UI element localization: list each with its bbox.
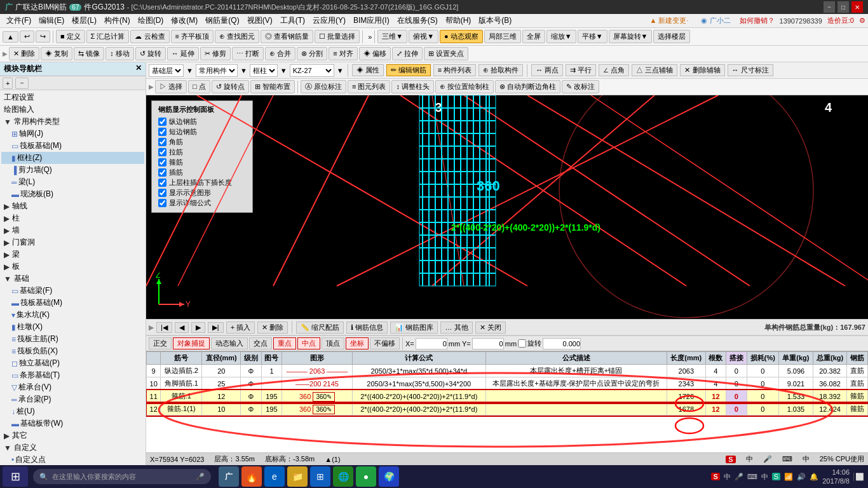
setpoint-btn[interactable]: ⊞ 设置夹点	[424, 47, 468, 60]
summary-btn[interactable]: Σ 汇总计算	[86, 30, 130, 43]
close-button[interactable]: ✕	[851, 1, 863, 13]
rebar-cb-longitudinal-input[interactable]	[158, 118, 166, 126]
offset-btn[interactable]: ◈ 偏移	[359, 47, 391, 60]
dim-btn[interactable]: ↔ 尺寸标注	[728, 64, 773, 76]
guang-xiao-er[interactable]: ◉ 广小二	[697, 15, 734, 27]
dynamic-view-btn[interactable]: ● 动态观察	[440, 30, 483, 43]
tree-pile-cap[interactable]: ▽桩承台(V)	[1, 381, 144, 393]
object-snap-btn[interactable]: 对象捕捉	[173, 337, 210, 349]
rebar-cb-tie[interactable]: 拉筋	[158, 147, 246, 157]
start-button[interactable]: ⊞	[3, 466, 28, 487]
midpoint-btn[interactable]: 中点	[297, 337, 320, 349]
menu-component[interactable]: 构件(N)	[100, 14, 134, 27]
tree-wall-group[interactable]: ▶ 墙	[1, 224, 144, 236]
tree-pile[interactable]: ↓桩(U)	[1, 405, 144, 417]
tree-door-window[interactable]: ▶ 门窗洞	[1, 236, 144, 248]
rotate-btn[interactable]: 屏幕旋转▼	[609, 30, 653, 43]
rebar-cb-insert[interactable]: 插筋	[158, 168, 246, 177]
point-mode-btn[interactable]: □ 点	[188, 80, 210, 93]
level-top-btn[interactable]: ≡ 齐平板顶	[171, 30, 214, 43]
floor-select[interactable]: 基础层	[149, 64, 184, 77]
tree-draw-input[interactable]: 绘图输入	[1, 104, 144, 116]
menu-tools[interactable]: 工具(T)	[276, 14, 309, 27]
tree-raft-rebar[interactable]: ≡筏板主筋(R)	[1, 333, 144, 345]
edit-rebar-btn[interactable]: ✏ 编辑钢筋	[386, 64, 431, 76]
coord-btn[interactable]: 坐标	[346, 337, 369, 349]
tree-raft-neg[interactable]: ≡筏板负筋(X)	[1, 345, 144, 357]
tree-other[interactable]: ▶其它	[1, 430, 144, 442]
rebar-info-btn[interactable]: ℹ 钢筋信息	[346, 322, 388, 334]
table-row[interactable]: 10 角脚插筋.1 25 Φ ——200 2145 2050/3+1*max(3…	[147, 377, 868, 390]
tree-cap-beam[interactable]: ═承台梁(P)	[1, 393, 144, 405]
select-floor-btn[interactable]: 选择楼层	[653, 30, 690, 43]
tree-axis[interactable]: ▶ 轴线	[1, 200, 144, 212]
orthogonal-btn[interactable]: 正交	[149, 337, 172, 349]
trim-btn[interactable]: ✂ 修剪	[200, 47, 231, 60]
element-table-btn[interactable]: ≡ 图元列表	[348, 80, 390, 93]
tree-common-types[interactable]: ▼ 常用构件类型	[1, 116, 144, 128]
tree-foundation[interactable]: ▼ 基础	[1, 273, 144, 285]
fullscreen-btn[interactable]: 全屏	[522, 30, 545, 43]
auto-cut-btn[interactable]: ⊗ 自动判断边角柱	[495, 80, 560, 93]
component-type-select[interactable]: 常用构件	[196, 64, 238, 77]
by-position-btn[interactable]: ⊕ 按位置绘制柱	[435, 80, 494, 93]
drawing-area[interactable]: 钢筋显示控制面板 纵边钢筋 短边钢筋 角筋 拉	[146, 95, 868, 319]
component-id-select[interactable]: KZ-27	[290, 64, 334, 77]
smart-layout-btn[interactable]: ⊞ 智能布置	[250, 80, 295, 93]
tree-custom[interactable]: ▼自定义	[1, 442, 144, 454]
rebar-cb-upper-insert-input[interactable]	[158, 179, 166, 187]
rebar-cb-corner-input[interactable]	[158, 138, 166, 146]
rebar-cb-show-diagram-input[interactable]	[158, 189, 166, 197]
point-angle-btn[interactable]: ∠ 点角	[599, 64, 629, 76]
other-btn[interactable]: … 其他	[440, 322, 472, 334]
nav-first-btn[interactable]: |◀	[156, 322, 172, 333]
tree-slab-group[interactable]: ▶ 板	[1, 261, 144, 273]
rebar-cb-tie-input[interactable]	[158, 148, 166, 156]
rebar-cb-corner[interactable]: 角筋	[158, 137, 246, 147]
move-btn[interactable]: ↕ 移动	[105, 47, 134, 60]
minimize-button[interactable]: －	[824, 1, 835, 13]
sidebar-close-icon[interactable]: ✕	[135, 64, 142, 74]
rebar-cb-longitudinal[interactable]: 纵边钢筋	[158, 117, 246, 126]
dynamic-input-btn[interactable]: 动态输入	[211, 337, 248, 349]
rebar-cb-upper-insert[interactable]: 上层柱插筋下插长度	[158, 178, 246, 187]
taskbar-app-winstore[interactable]: ⊞	[310, 466, 330, 487]
top-view-btn[interactable]: 俯视▼	[409, 30, 438, 43]
redo-btn[interactable]: ↪	[36, 30, 50, 43]
menu-view[interactable]: 视图(V)	[243, 14, 276, 27]
taskbar-app-folder[interactable]: 📁	[287, 466, 308, 487]
new-btn[interactable]: ▲	[3, 31, 18, 43]
delete-axis-btn[interactable]: ✕ 删除辅轴	[680, 64, 724, 76]
rebar-cb-show-formula[interactable]: 显示详细公式	[158, 198, 246, 208]
menu-cloud[interactable]: 云应用(Y)	[309, 14, 349, 27]
batch-select-btn[interactable]: ☐ 批量选择	[315, 30, 360, 43]
taskbar-app-glda[interactable]: 广	[219, 466, 239, 487]
sidebar-remove-btn[interactable]: －	[15, 78, 29, 89]
rotate-checkbox[interactable]	[518, 339, 526, 348]
new-change-btn[interactable]: ▲ 新建变更·	[646, 15, 692, 27]
menu-help[interactable]: 帮助(H)	[442, 14, 475, 27]
rebar-cb-short-input[interactable]	[158, 128, 166, 136]
table-row[interactable]: 9 纵边插筋.2 20 Φ 1 ——— 2063 ——— 2050/3+1*ma…	[147, 365, 868, 377]
extend-btn[interactable]: ↔ 延伸	[167, 47, 199, 60]
nav-next-btn[interactable]: ▶	[191, 322, 205, 333]
define-btn[interactable]: ■ 定义	[56, 30, 85, 43]
tree-found-strip[interactable]: ▬基础板带(W)	[1, 417, 144, 430]
local-3d-btn[interactable]: 局部三维	[484, 30, 521, 43]
intersect-btn[interactable]: 交点	[249, 337, 272, 349]
taskbar-app-green[interactable]: ●	[356, 466, 376, 487]
ruler-rebar-btn[interactable]: 📏 缩尺配筋	[296, 322, 344, 334]
rebar-cb-insert-input[interactable]	[158, 168, 166, 177]
menu-version[interactable]: 版本号(B)	[475, 14, 515, 27]
menu-modify[interactable]: 修改(M)	[167, 14, 201, 27]
add-row-btn[interactable]: + 插入	[226, 322, 255, 334]
endpoint-btn[interactable]: 重点	[273, 337, 296, 349]
split-btn[interactable]: ⊗ 分割	[297, 47, 327, 60]
align-btn[interactable]: ≡ 对齐	[329, 47, 357, 60]
menu-draw[interactable]: 绘图(D)	[134, 14, 168, 27]
tree-project-settings[interactable]: 工程设置	[1, 92, 144, 104]
menu-bim[interactable]: BIM应用(I)	[349, 14, 393, 27]
tree-raft-base[interactable]: ▭ 筏板基础(M)	[1, 140, 144, 152]
property-btn[interactable]: ◈ 属性	[352, 64, 384, 76]
table-row-highlighted-11[interactable]: 11 箍筋.1 12 Φ 195 360 360✎ 2*((400-2*20)+…	[147, 390, 868, 403]
